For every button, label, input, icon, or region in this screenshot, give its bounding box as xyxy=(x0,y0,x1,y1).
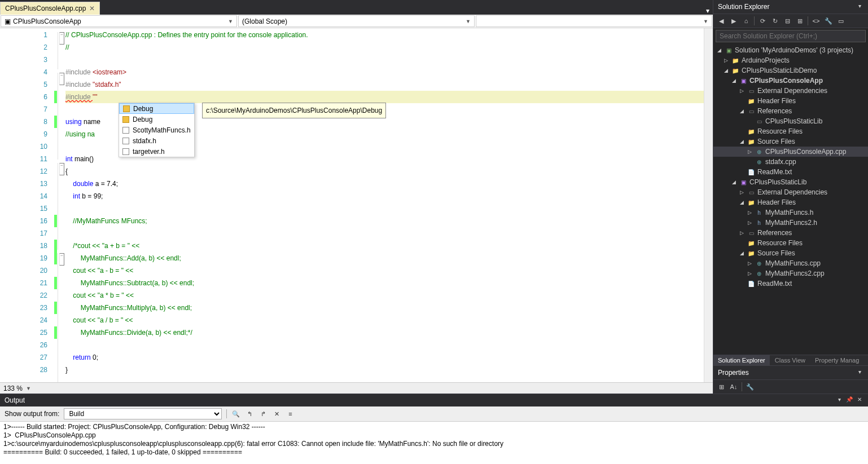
dropdown-icon[interactable]: ▾ xyxy=(856,3,863,11)
forward-icon[interactable]: ▶ xyxy=(729,16,738,25)
goto-next-icon[interactable]: ↱ xyxy=(258,409,268,418)
properties-icon[interactable]: 🔧 xyxy=(824,16,833,25)
collapse-icon[interactable]: ⊟ xyxy=(783,16,792,25)
clear-icon[interactable]: ✕ xyxy=(272,409,281,418)
sync-icon[interactable]: ⟳ xyxy=(758,16,767,25)
editor-status-bar: 133 % ▼ xyxy=(0,382,713,394)
search-input[interactable] xyxy=(716,30,866,42)
refresh-icon[interactable]: ↻ xyxy=(770,16,779,25)
goto-prev-icon[interactable]: ↰ xyxy=(245,409,254,418)
folder-node[interactable]: 📁Header Files xyxy=(713,96,868,106)
tab-property-manager[interactable]: Property Manag xyxy=(810,355,864,365)
member-dropdown[interactable]: ▼ xyxy=(476,15,712,27)
file-node[interactable]: ▷⊕MyMathFuncs2.cpp xyxy=(713,268,868,279)
code-icon[interactable]: <> xyxy=(812,16,821,25)
file-icon xyxy=(122,148,129,155)
back-icon[interactable]: ◀ xyxy=(717,16,726,25)
dropdown-icon[interactable]: ▾ xyxy=(856,369,863,377)
intellisense-item[interactable]: targetver.h xyxy=(119,146,194,157)
search-solution[interactable] xyxy=(716,30,866,42)
code-editor[interactable]: 1234567891011121314151617181920212223242… xyxy=(0,28,713,382)
tab-class-view[interactable]: Class View xyxy=(770,355,810,365)
sort-icon[interactable]: A↓ xyxy=(729,382,738,391)
folder-icon: 📁 xyxy=(747,249,755,257)
file-node[interactable]: 📄ReadMe.txt xyxy=(713,279,868,289)
solution-node[interactable]: ◢▣Solution 'MyArduinoDemos' (3 projects) xyxy=(713,45,868,55)
solution-toolbar: ◀ ▶ ⌂ ⟳ ↻ ⊟ ⊞ <> 🔧 ▭ xyxy=(713,14,868,28)
folder-icon: 📁 xyxy=(747,198,755,206)
intellisense-item[interactable]: ScottyMathFuncs.h xyxy=(119,125,194,135)
chevron-down-icon: ▼ xyxy=(703,19,708,24)
wrench-icon[interactable]: 🔧 xyxy=(746,382,755,391)
folder-node[interactable]: ▷▭External Dependencies xyxy=(713,187,868,197)
dropdown-icon[interactable]: ▾ xyxy=(835,396,843,404)
folder-node[interactable]: ◢📁CPlusPlusStaticLibDemo xyxy=(713,65,868,76)
panel-title: Output xyxy=(5,396,25,404)
close-icon[interactable]: ✕ xyxy=(89,5,95,12)
intellisense-item[interactable]: Debug xyxy=(119,114,194,125)
output-source-select[interactable]: Build xyxy=(64,408,222,419)
pin-icon[interactable]: 📌 xyxy=(845,396,853,404)
solution-tree[interactable]: ◢▣Solution 'MyArduinoDemos' (3 projects)… xyxy=(713,44,868,355)
intellisense-item[interactable]: stdafx.h xyxy=(119,135,194,146)
tab-overflow-icon[interactable]: ▾ xyxy=(706,7,709,15)
scope-dropdown-label: (Global Scope) xyxy=(242,17,287,25)
properties-panel: Properties ▾ ⊞ A↓ 🔧 xyxy=(713,365,868,394)
file-node[interactable]: ▷⊕CPlusPlusConsoleApp.cpp xyxy=(713,147,868,157)
project-dropdown-label: CPlusPlusConsoleApp xyxy=(13,17,81,25)
project-node[interactable]: ◢▣CPlusPlusConsoleApp xyxy=(713,76,868,86)
panel-title: Properties xyxy=(718,369,749,377)
wrap-icon[interactable]: ≡ xyxy=(286,409,295,418)
scrollbar-vertical[interactable] xyxy=(704,28,713,382)
show-all-icon[interactable]: ⊞ xyxy=(795,16,804,25)
references-node[interactable]: ▷▭References xyxy=(713,228,868,238)
folder-icon: 📁 xyxy=(731,67,739,74)
cpp-icon: ⊕ xyxy=(755,158,763,166)
zoom-level[interactable]: 133 % xyxy=(3,385,23,392)
txt-icon: 📄 xyxy=(747,280,755,288)
reference-item[interactable]: ▭CPlusPlusStaticLib xyxy=(713,116,868,126)
folder-node[interactable]: 📁Resource Files xyxy=(713,238,868,248)
folder-node[interactable]: ◢📁Header Files xyxy=(713,197,868,207)
intellisense-item[interactable]: Debug xyxy=(119,103,194,114)
references-icon: ▭ xyxy=(747,107,755,115)
scope-dropdown[interactable]: (Global Scope) ▼ xyxy=(238,15,475,27)
intellisense-popup[interactable]: Debug Debug ScottyMathFuncs.h stdafx.h t… xyxy=(119,103,195,157)
file-node[interactable]: ⊕stdafx.cpp xyxy=(713,157,868,167)
panel-tabs: Solution Explorer Class View Property Ma… xyxy=(713,355,868,365)
references-icon: ▭ xyxy=(747,229,755,237)
folder-node[interactable]: ◢📁Source Files xyxy=(713,248,868,258)
home-icon[interactable]: ⌂ xyxy=(742,16,751,25)
output-text[interactable]: 1>------ Build started: Project: CPlusPl… xyxy=(0,422,868,464)
project-icon: ▣ xyxy=(5,17,11,25)
chevron-down-icon[interactable]: ▼ xyxy=(26,386,31,391)
file-node[interactable]: 📄ReadMe.txt xyxy=(713,167,868,177)
project-node[interactable]: ◢▣CPlusPlusStaticLib xyxy=(713,177,868,187)
folder-node[interactable]: ◢📁Source Files xyxy=(713,136,868,147)
deps-icon: ▭ xyxy=(747,188,755,196)
panel-title: Solution Explorer xyxy=(718,3,769,11)
code-text[interactable]: // CPlusPlusConsoleApp.cpp : Defines the… xyxy=(65,28,713,382)
file-node[interactable]: ▷hMyMathFuncs.h xyxy=(713,207,868,218)
folder-icon xyxy=(122,116,129,123)
project-node[interactable]: ▷📁ArduinoProjects xyxy=(713,55,868,65)
intellisense-tooltip: c:\Source\MyArduinoDemos\CPlusPlusConsol… xyxy=(202,103,386,118)
output-source-label: Show output from: xyxy=(5,410,59,418)
properties-header: Properties ▾ xyxy=(713,366,868,380)
folder-node[interactable]: ▷▭External Dependencies xyxy=(713,86,868,96)
folder-node[interactable]: 📁Resource Files xyxy=(713,126,868,136)
cpp-icon: ⊕ xyxy=(755,269,763,277)
preview-icon[interactable]: ▭ xyxy=(836,16,845,25)
tab-bar: CPlusPlusConsoleApp.cpp ✕ ▾ xyxy=(0,0,713,15)
categorize-icon[interactable]: ⊞ xyxy=(717,382,726,391)
file-node[interactable]: ▷⊕MyMathFuncs.cpp xyxy=(713,258,868,268)
fold-gutter[interactable]: −−−− xyxy=(58,28,65,382)
file-node[interactable]: ▷hMyMathFuncs2.h xyxy=(713,218,868,228)
find-icon[interactable]: 🔍 xyxy=(231,409,240,418)
tab-solution-explorer[interactable]: Solution Explorer xyxy=(713,355,770,365)
references-node[interactable]: ◢▭References xyxy=(713,106,868,116)
close-icon[interactable]: ✕ xyxy=(856,396,863,404)
file-tab[interactable]: CPlusPlusConsoleApp.cpp ✕ xyxy=(0,2,100,15)
header-icon: h xyxy=(755,219,763,227)
project-dropdown[interactable]: ▣CPlusPlusConsoleApp ▼ xyxy=(1,15,237,27)
